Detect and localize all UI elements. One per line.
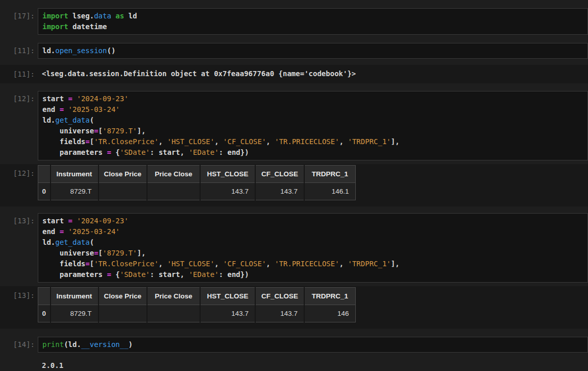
column-header (38, 288, 51, 305)
code-token: ], (391, 137, 400, 146)
output-cell: [11]:<lseg.data.session.Definition objec… (0, 65, 588, 83)
code-editor[interactable]: start = '2024-09-23'end = '2025-03-24'ld… (38, 213, 588, 283)
code-token: : (150, 148, 159, 156)
table-cell: 143.7 (255, 305, 304, 322)
code-token: () (107, 47, 115, 55)
column-header: Close Price (99, 166, 148, 183)
code-token: : (219, 270, 228, 279)
output-cell: [12]:InstrumentClose PricePrice CloseHST… (0, 164, 588, 206)
code-token: 'EDate' (189, 148, 219, 156)
column-header: HST_CLOSE (200, 288, 255, 305)
code-token: = (68, 95, 72, 103)
code-token: ], (137, 127, 145, 135)
code-token: 'TR.PRICECLOSE' (275, 137, 339, 146)
code-line: ld.open_session() (42, 45, 583, 56)
table-cell: 143.7 (200, 305, 255, 322)
code-line: fields=['TR.ClosePrice', 'HST_CLOSE', 'C… (42, 136, 583, 147)
row-index: 0 (38, 305, 51, 322)
code-token: [ (99, 127, 103, 135)
cell-prompt (0, 357, 38, 371)
code-line: import lseg.data as ld (42, 11, 583, 21)
code-token: ], (137, 249, 145, 257)
code-token: __version__ (81, 340, 129, 349)
code-editor[interactable]: ld.open_session() (38, 43, 588, 59)
column-header: CF_CLOSE (255, 166, 304, 183)
code-line: start = '2024-09-23' (42, 94, 583, 104)
code-token: ld (42, 47, 51, 55)
code-token: [ (90, 260, 94, 268)
code-line: fields=['TR.ClosePrice', 'HST_CLOSE', 'C… (42, 259, 583, 269)
code-token: = (85, 137, 89, 146)
output-table-area: InstrumentClose PricePrice CloseHST_CLOS… (38, 286, 588, 329)
column-header: Close Price (99, 288, 148, 305)
code-token: , (159, 137, 167, 146)
code-token: get_data (55, 238, 89, 246)
code-token: 'CF_CLOSE' (223, 137, 266, 146)
code-token: . (90, 12, 94, 20)
code-token: '2025-03-24' (68, 105, 120, 113)
code-token: 'CF_CLOSE' (223, 260, 266, 268)
code-token: ld (42, 116, 51, 124)
code-token: = (60, 105, 64, 113)
code-cell: [13]:start = '2024-09-23'end = '2025-03-… (0, 213, 588, 283)
code-token: end (42, 105, 60, 113)
column-header: CF_CLOSE (255, 288, 304, 305)
code-token: ( (64, 340, 68, 349)
table-cell: 8729.T (51, 183, 99, 200)
code-token: 'HST_CLOSE' (167, 137, 214, 146)
code-line: universe=['8729.T'], (42, 126, 583, 136)
column-header: HST_CLOSE (200, 166, 255, 183)
code-token: , (180, 270, 189, 279)
code-line: parameters = {'SDate': start, 'EDate': e… (42, 147, 583, 158)
column-header (38, 166, 51, 183)
code-line: parameters = {'SDate': start, 'EDate': e… (42, 269, 583, 280)
code-line: universe=['8729.T'], (42, 248, 583, 259)
code-token: : (219, 148, 228, 156)
code-token: as (111, 12, 124, 20)
output-text: 2.0.1 (38, 357, 588, 371)
code-token: . (77, 340, 81, 349)
code-token: }) (240, 270, 249, 279)
code-line: ld.get_data( (42, 115, 583, 126)
cell-prompt: [14]: (0, 337, 38, 353)
output-cell: 2.0.1 (0, 357, 588, 371)
code-token: : (150, 270, 159, 279)
code-cell: [14]:print(ld.__version__) (0, 337, 588, 353)
table-cell: 146.1 (304, 183, 355, 200)
code-token: [ (90, 137, 94, 146)
code-token: start (42, 95, 68, 103)
code-token: '8729.T' (103, 127, 137, 135)
table-row: 08729.T143.7143.7146.1 (38, 183, 356, 200)
code-token: parameters (42, 148, 107, 156)
cell-prompt: [13]: (0, 213, 38, 283)
code-editor[interactable]: start = '2024-09-23'end = '2025-03-24'ld… (38, 91, 588, 160)
code-token: start (159, 148, 180, 156)
output-text: <lseg.data.session.Definition object at … (38, 65, 588, 83)
code-token: ( (90, 116, 94, 124)
table-cell: 8729.T (51, 305, 99, 322)
table-cell: 143.7 (255, 183, 304, 200)
output-dataframe: InstrumentClose PricePrice CloseHST_CLOS… (38, 165, 356, 200)
code-token: 'TR.PRICECLOSE' (275, 260, 339, 268)
code-token: '2024-09-23' (77, 95, 128, 103)
code-token: fields (42, 137, 85, 146)
code-token: open_session (55, 47, 107, 55)
code-token: import (42, 22, 68, 31)
table-header-row: InstrumentClose PricePrice CloseHST_CLOS… (38, 166, 356, 183)
code-token: = (68, 217, 72, 225)
code-editor[interactable]: print(ld.__version__) (38, 337, 588, 353)
code-line: end = '2025-03-24' (42, 104, 583, 115)
code-token: , (214, 260, 223, 268)
code-token: , (214, 137, 223, 146)
code-token: = (85, 260, 89, 268)
code-token: 'TRDPRC_1' (348, 137, 391, 146)
code-token: , (180, 148, 189, 156)
code-token: datetime (68, 22, 107, 31)
code-token: ld (124, 12, 137, 20)
cell-prompt: [11]: (0, 65, 38, 83)
cell-prompt: [12]: (0, 91, 38, 160)
code-token (64, 105, 68, 113)
code-editor[interactable]: import lseg.data as ldimport datetime (38, 8, 588, 35)
code-token: = (94, 127, 98, 135)
code-token: end (42, 227, 60, 236)
